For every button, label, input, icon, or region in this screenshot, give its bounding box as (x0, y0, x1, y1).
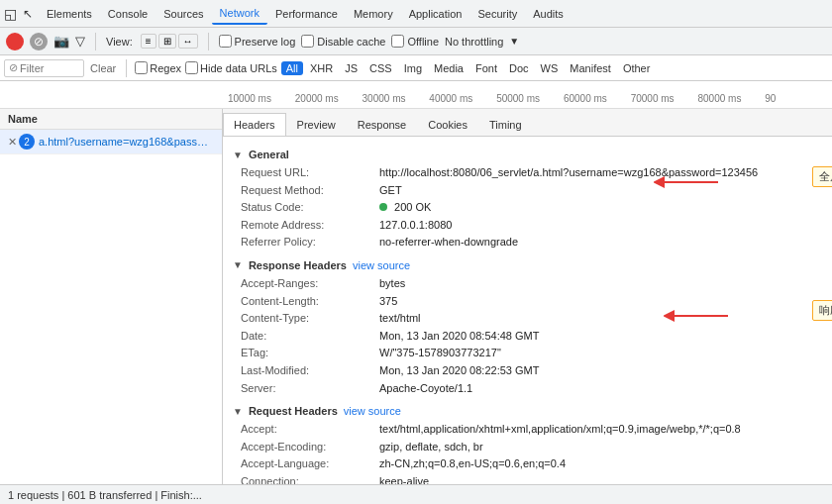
request-method-val: GET (379, 182, 822, 200)
type-btn-doc[interactable]: Doc (504, 61, 534, 75)
general-title: General (249, 149, 289, 160)
referrer-policy-row: Referrer Policy: no-referrer-when-downgr… (233, 234, 822, 252)
req-accept-language: Accept-Language: zh-CN,zh;q=0.8,en-US;q=… (233, 455, 822, 473)
devtools-icon: ◱ (4, 6, 17, 22)
req-accept-language-val: zh-CN,zh;q=0.8,en-US;q=0.6,en;q=0.4 (379, 455, 822, 473)
type-btn-all[interactable]: All (281, 61, 303, 75)
remote-address-row: Remote Address: 127.0.0.1:8080 (233, 217, 822, 235)
offline-checkbox-label[interactable]: Offline (391, 35, 439, 48)
disable-cache-checkbox-label[interactable]: Disable cache (301, 35, 385, 48)
filter-input-wrap: ⊘ (4, 59, 84, 77)
view-label: View: (106, 36, 133, 48)
tab-cookies[interactable]: Cookies (417, 113, 478, 136)
type-btn-js[interactable]: JS (340, 61, 363, 75)
menu-item-security[interactable]: Security (469, 4, 525, 24)
remote-address-key: Remote Address: (241, 217, 379, 235)
status-text: 1 requests | 601 B transferred | Finish:… (8, 489, 202, 501)
filter-input[interactable] (20, 62, 79, 74)
request-list: Name ✕ 2 a.html?username=wzg168&passwo..… (0, 109, 223, 484)
menu-item-console[interactable]: Console (100, 4, 156, 24)
request-headers-title: Request Headers (249, 405, 338, 417)
req-connection-key: Connection: (241, 473, 379, 484)
ruler-mark-6: 60000 ms (564, 93, 631, 104)
request-method-key: Request Method: (241, 182, 379, 200)
req-accept-encoding: Accept-Encoding: gzip, deflate, sdch, br (233, 439, 822, 456)
regex-checkbox[interactable] (135, 61, 148, 74)
response-date: Date: Mon, 13 Jan 2020 08:54:48 GMT (233, 328, 822, 346)
triangle-icon: ▼ (233, 150, 243, 160)
tab-preview[interactable]: Preview (286, 113, 347, 136)
view-list-btn[interactable]: ≡ (141, 34, 156, 49)
view-group-btn[interactable]: ⊞ (158, 34, 176, 49)
tab-headers[interactable]: Headers (223, 113, 286, 136)
disable-cache-checkbox[interactable] (301, 35, 314, 48)
menu-item-performance[interactable]: Performance (267, 4, 346, 24)
type-btn-manifest[interactable]: Manifest (565, 61, 616, 75)
badge: 2 (19, 134, 35, 150)
annotation-box-global: 全局请求信息 (812, 166, 832, 187)
ruler-mark-8: 80000 ms (697, 93, 765, 104)
response-etag: ETag: W/"375-1578903773217" (233, 345, 822, 362)
menu-item-sources[interactable]: Sources (156, 4, 211, 24)
menu-item-memory[interactable]: Memory (346, 4, 401, 24)
hide-data-urls-checkbox[interactable] (185, 61, 198, 74)
toolbar: ⊘ 📷 ▽ View: ≡ ⊞ ↔ Preserve log Disable c… (0, 28, 832, 55)
menu-item-network[interactable]: Network (212, 3, 267, 25)
offline-checkbox[interactable] (391, 35, 404, 48)
req-connection: Connection: keep-alive (233, 473, 822, 484)
type-btn-other[interactable]: Other (618, 61, 656, 75)
request-headers-section-header: ▼ Request Headers view source (233, 405, 822, 417)
preserve-log-checkbox-label[interactable]: Preserve log (219, 35, 296, 48)
content-length-key: Content-Length: (241, 293, 379, 311)
request-item[interactable]: ✕ 2 a.html?username=wzg168&passwo... (0, 130, 222, 154)
hide-data-urls-label[interactable]: Hide data URLs (185, 61, 277, 74)
ruler-mark-5: 50000 ms (496, 93, 564, 104)
ruler-mark-2: 20000 ms (295, 93, 363, 104)
filter-clear-button[interactable]: Clear (88, 62, 118, 74)
annotation-box-response: 响应内容 (812, 300, 832, 321)
triangle-icon2: ▼ (233, 259, 243, 270)
ruler-mark-3: 30000 ms (363, 93, 430, 104)
details-tabs: Headers Preview Response Cookies Timing (223, 109, 832, 137)
req-accept-key: Accept: (241, 421, 379, 439)
type-btn-font[interactable]: Font (470, 61, 502, 75)
request-url-row: Request URL: http://localhost:8080/06_se… (233, 164, 822, 182)
ruler-mark-7: 70000 ms (631, 93, 698, 104)
menu-item-elements[interactable]: Elements (39, 4, 100, 24)
type-btn-xhr[interactable]: XHR (305, 61, 338, 75)
response-headers-view-source[interactable]: view source (353, 259, 410, 271)
request-name: a.html?username=wzg168&passwo... (39, 136, 214, 148)
response-content-length: Content-Length: 375 (233, 293, 822, 311)
ruler-mark-9: 90 (765, 93, 832, 104)
request-close-btn[interactable]: ✕ (8, 136, 17, 149)
type-btn-ws[interactable]: WS (536, 61, 564, 75)
menu-item-audits[interactable]: Audits (525, 4, 572, 24)
request-list-header: Name (0, 109, 222, 130)
preserve-log-checkbox[interactable] (219, 35, 232, 48)
clear-button[interactable]: ⊘ (30, 33, 48, 50)
pointer-icon: ↖ (23, 7, 33, 21)
type-btn-img[interactable]: Img (399, 61, 427, 75)
record-button[interactable] (6, 33, 24, 50)
req-accept-language-key: Accept-Language: (241, 455, 379, 473)
type-btn-css[interactable]: CSS (364, 61, 397, 75)
status-green-dot (379, 203, 387, 211)
menu-item-application[interactable]: Application (401, 4, 470, 24)
tab-timing[interactable]: Timing (478, 113, 533, 136)
type-btn-media[interactable]: Media (429, 61, 468, 75)
regex-checkbox-label[interactable]: Regex (135, 61, 181, 74)
filter-icon: ▽ (75, 34, 85, 49)
throttling-dropdown-icon[interactable]: ▼ (509, 36, 519, 47)
request-headers-view-source[interactable]: view source (344, 405, 401, 417)
separator2 (208, 33, 209, 50)
filter-icon-small: ⊘ (9, 61, 18, 74)
req-accept-encoding-key: Accept-Encoding: (241, 439, 379, 456)
view-waterfall-btn[interactable]: ↔ (178, 34, 198, 49)
last-modified-key: Last-Modified: (241, 362, 379, 380)
req-connection-val: keep-alive (379, 473, 822, 484)
filter-separator (126, 59, 127, 77)
tab-response[interactable]: Response (347, 113, 418, 136)
request-url-val: http://localhost:8080/06_servlet/a.html?… (379, 164, 822, 182)
content-type-key: Content-Type: (241, 310, 379, 328)
etag-val: W/"375-1578903773217" (379, 345, 822, 362)
